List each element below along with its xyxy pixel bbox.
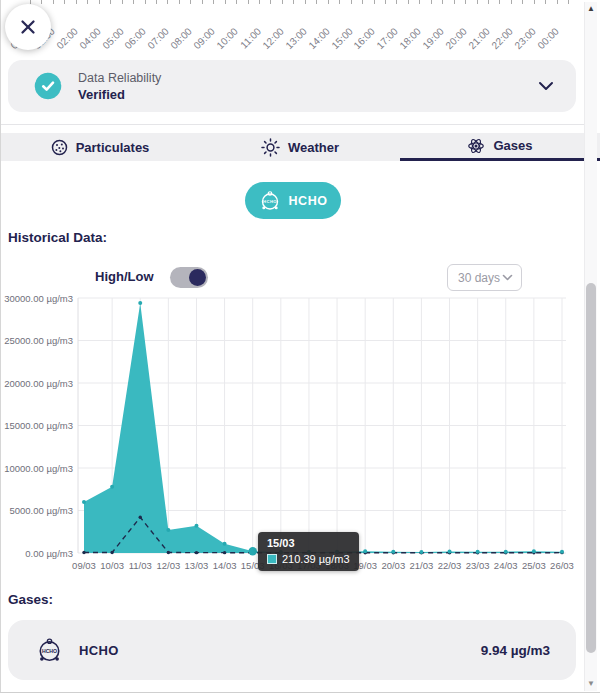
hcho-molecule-icon: HCHO (259, 190, 281, 212)
time-axis-tick (568, 0, 569, 4)
time-axis-tick (167, 0, 168, 4)
time-axis-tick (122, 0, 123, 4)
scroll-up-arrow[interactable]: ▲ (587, 2, 595, 16)
time-axis-tick (511, 0, 512, 4)
time-axis-tick (156, 0, 157, 4)
time-axis-tick (270, 0, 271, 4)
svg-text:0.00 µg/m3: 0.00 µg/m3 (25, 548, 73, 559)
svg-text:26/03: 26/03 (550, 560, 574, 571)
tooltip-value: 210.39 µg/m3 (282, 553, 350, 565)
svg-text:25/03: 25/03 (522, 560, 546, 571)
range-select[interactable]: 30 days (447, 264, 522, 291)
svg-text:HCHO: HCHO (262, 199, 276, 204)
time-axis-tick (419, 0, 420, 4)
time-axis-tick (41, 0, 42, 4)
svg-text:10/03: 10/03 (100, 560, 124, 571)
svg-text:15000.00 µg/m3: 15000.00 µg/m3 (4, 420, 73, 431)
divider (0, 124, 584, 125)
tab-label: Weather (288, 140, 339, 155)
svg-text:14/03: 14/03 (213, 560, 237, 571)
vertical-scrollbar[interactable]: ▲ ▼ (584, 2, 597, 691)
reliability-status: Verified (78, 87, 161, 102)
gas-row-hcho[interactable]: HCHO HCHO 9.94 µg/m3 (8, 620, 576, 680)
time-axis-tick (351, 0, 352, 4)
hcho-molecule-icon: HCHO (36, 637, 63, 664)
svg-text:10000.00 µg/m3: 10000.00 µg/m3 (4, 463, 73, 474)
time-axis-tick (396, 0, 397, 4)
time-axis-tick (179, 0, 180, 4)
time-axis-tick (305, 0, 306, 4)
data-reliability-card[interactable]: Data Reliability Verified (8, 60, 576, 112)
time-axis-tick (545, 0, 546, 4)
time-axis-tick (145, 0, 146, 4)
time-axis-tick (293, 0, 294, 4)
time-axis-tick (225, 0, 226, 4)
svg-text:22/03: 22/03 (438, 560, 462, 571)
scroll-down-arrow[interactable]: ▼ (587, 677, 595, 691)
time-axis-tick (282, 0, 283, 4)
svg-text:13/03: 13/03 (185, 560, 209, 571)
time-axis-tick (522, 0, 523, 4)
time-axis-tick (53, 0, 54, 4)
svg-text:25000.00 µg/m3: 25000.00 µg/m3 (4, 335, 73, 346)
tooltip-date: 15/03 (267, 537, 350, 549)
time-axis-tick (488, 0, 489, 4)
tab-label: Particulates (76, 140, 150, 155)
svg-text:09/03: 09/03 (72, 560, 96, 571)
tab-weather[interactable]: Weather (200, 133, 400, 161)
time-axis-tick (442, 0, 443, 4)
time-axis-tick (316, 0, 317, 4)
previous-chart-time-axis: 00:0001:0002:0004:0005:0006:0007:0008:00… (0, 0, 584, 55)
tab-bar: Particulates Weather (0, 133, 600, 161)
sun-icon (261, 138, 280, 157)
time-axis-tick (431, 0, 432, 4)
time-axis-tick (557, 0, 558, 4)
tab-particulates[interactable]: Particulates (0, 133, 200, 161)
time-axis-tick (190, 0, 191, 4)
verified-badge-icon (32, 70, 64, 102)
time-axis-tick (236, 0, 237, 4)
time-axis-tick (248, 0, 249, 4)
particulates-icon (51, 139, 68, 156)
time-axis-tick (499, 0, 500, 4)
svg-text:20/03: 20/03 (381, 560, 405, 571)
chart-tooltip: 15/03 210.39 µg/m3 (258, 532, 359, 571)
time-axis-tick (362, 0, 363, 4)
svg-text:11/03: 11/03 (129, 560, 152, 571)
tab-gases[interactable]: Gases (400, 133, 600, 161)
gas-sensor-panel: 00:0001:0002:0004:0005:0006:0007:0008:00… (0, 0, 600, 693)
time-axis-tick (133, 0, 134, 4)
svg-text:HCHO: HCHO (42, 648, 57, 654)
svg-text:21/03: 21/03 (410, 560, 434, 571)
scrollbar-thumb[interactable] (586, 283, 596, 653)
time-axis-tick (465, 0, 466, 4)
time-axis-tick (213, 0, 214, 4)
time-axis-tick (259, 0, 260, 4)
highlow-toggle[interactable] (170, 267, 208, 288)
svg-text:30000.00 µg/m3: 30000.00 µg/m3 (4, 293, 73, 304)
scrollbar-track[interactable] (585, 16, 597, 677)
time-axis-tick (99, 0, 100, 4)
historical-chart[interactable]: 0.00 µg/m35000.00 µg/m310000.00 µg/m3150… (0, 290, 584, 582)
highlow-toggle-label: High/Low (95, 269, 154, 284)
toggle-knob (189, 269, 206, 286)
reliability-label: Data Reliability (78, 71, 161, 85)
chevron-down-icon[interactable] (538, 81, 554, 91)
gas-row-value: 9.94 µg/m3 (481, 643, 550, 658)
time-axis-tick (477, 0, 478, 4)
atom-icon (467, 137, 485, 155)
gas-pill-label: HCHO (289, 194, 328, 208)
range-select-value: 30 days (458, 271, 502, 285)
time-axis-tick (328, 0, 329, 4)
series-swatch (267, 554, 277, 564)
svg-text:20000.00 µg/m3: 20000.00 µg/m3 (4, 378, 73, 389)
panel-left-border (0, 0, 1, 693)
close-button[interactable] (5, 4, 51, 50)
gas-row-name: HCHO (79, 643, 119, 658)
svg-text:12/03: 12/03 (156, 560, 180, 571)
time-axis-tick (76, 0, 77, 4)
gas-selector-hcho-button[interactable]: HCHO HCHO (245, 182, 341, 219)
svg-text:23/03: 23/03 (466, 560, 490, 571)
historical-data-title: Historical Data: (8, 230, 107, 245)
svg-text:24/03: 24/03 (494, 560, 518, 571)
